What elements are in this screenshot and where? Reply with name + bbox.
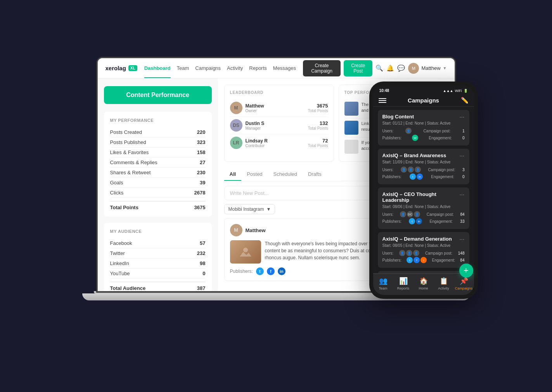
nav-team[interactable]: Team (177, 64, 189, 73)
phone-content: Blog Content ··· Start: 01/12 | End: Non… (373, 107, 474, 273)
activity-icon: 📋 (440, 277, 448, 285)
campaign-item[interactable]: AxisIQ – CEO Thought Leadership ··· Star… (378, 187, 469, 229)
audience-label: Facebook (110, 240, 132, 246)
nav-reports[interactable]: Reports (249, 64, 267, 73)
publishers-label: Publishers: (382, 219, 401, 224)
user-name: Matthew (421, 65, 440, 71)
more-options-icon[interactable]: ··· (459, 153, 464, 160)
campaigns-icon: 📌 (460, 277, 468, 285)
chat-icon[interactable]: 💬 (397, 64, 405, 73)
nav-dashboard[interactable]: Dashboard (144, 64, 171, 73)
search-icon[interactable]: 🔍 (375, 64, 383, 73)
nav-links: Dashboard Team Campaigns Activity Report… (144, 64, 296, 73)
campaign-item[interactable]: AxisIQ – Brand Awareness ··· Start: 11/0… (378, 149, 469, 184)
campaign-post-value: 3 (462, 168, 465, 172)
lb-pts-label: Total Points (308, 126, 328, 130)
more-options-icon[interactable]: ··· (459, 236, 464, 243)
nav-activity[interactable]: Activity (227, 64, 243, 73)
perf-value: 27 (200, 160, 205, 165)
user-menu[interactable]: M Matthew ▼ (408, 63, 446, 74)
tab-posted[interactable]: Posted (241, 168, 268, 181)
leaderboard-item: DS Dustin S Manager 132 Total Points (230, 117, 328, 134)
write-post-placeholder: Write New Post... (230, 190, 269, 196)
total-points-row: Total Points 3675 (110, 201, 206, 210)
phone-screen: 10:48 ▲▲▲ WiFi 🔋 Campaigns ✏️ (373, 85, 474, 295)
battery-icon: 🔋 (464, 89, 468, 93)
lb-pts-val: 132 (308, 120, 328, 126)
campaign-item[interactable]: AxisIQ – Demand Generation ··· Start: 08… (378, 232, 469, 268)
lb-points: 72 Total Points (308, 138, 328, 148)
phone-nav-home[interactable]: 🏠 Home (414, 277, 434, 290)
phone-nav-campaigns[interactable]: 📌 Campaigns (454, 277, 474, 290)
lb-pts-val: 3675 (308, 103, 328, 109)
post-image (230, 240, 261, 264)
engagement-label: Engagement: (429, 136, 452, 140)
chevron-down-icon: ▼ (443, 66, 447, 70)
create-post-button[interactable]: Create Post (344, 60, 372, 76)
audience-label: LinkedIn (110, 260, 129, 266)
phone-status-bar: 10:48 ▲▲▲ WiFi 🔋 (373, 85, 474, 94)
tab-drafts[interactable]: Drafts (303, 168, 327, 181)
perf-label: Posts Created (110, 129, 142, 135)
total-value: 3675 (194, 205, 206, 210)
perf-label: Goals (110, 180, 123, 186)
user-avatar: 👤 (408, 167, 414, 173)
lb-info: Lindsay R Contributor (246, 138, 305, 148)
phone-title: Campaigns (390, 97, 457, 104)
phone-nav-reports[interactable]: 📊 Reports (393, 277, 414, 290)
compose-icon[interactable]: ✏️ (461, 97, 469, 104)
more-options-icon[interactable]: ··· (459, 114, 464, 121)
phone-nav-team[interactable]: 👥 Team (373, 277, 393, 290)
campaign-name: AxisIQ – CEO Thought Leadership (382, 191, 460, 203)
users-label: Users: (382, 251, 394, 255)
user-avatar: 👤 (400, 211, 406, 217)
publisher-select[interactable]: Mobibi Instagram ▼ (224, 204, 275, 214)
audience-label: Twitter (110, 250, 125, 256)
lb-pts-label: Total Points (308, 109, 328, 113)
campaign-item[interactable]: Blog Content ··· Start: 01/12 | End: Non… (378, 110, 469, 146)
audience-value: 0 (202, 271, 205, 276)
bell-icon[interactable]: 🔔 (386, 64, 394, 73)
content-performance-button[interactable]: Content Performance (104, 86, 212, 104)
tp-thumbnail (344, 140, 358, 154)
lb-info: Dustin S Manager (246, 121, 305, 130)
lb-avatar: DS (230, 119, 242, 132)
nav-messages[interactable]: Messages (273, 64, 296, 73)
more-options-icon[interactable]: ··· (459, 191, 464, 205)
perf-row: Shares & Retweet 230 (110, 168, 206, 178)
audience-row: Twitter 232 (110, 248, 206, 258)
engagement-label: Engagement: (432, 258, 455, 262)
perf-value: 230 (197, 170, 206, 175)
lb-points: 132 Total Points (308, 120, 328, 130)
perf-row: Posts Published 323 (110, 137, 206, 147)
phone-nav-label: Reports (397, 286, 410, 290)
svg-point-0 (243, 248, 248, 252)
campaign-name: Blog Content (382, 114, 414, 120)
tab-scheduled[interactable]: Scheduled (268, 168, 303, 181)
nav-campaigns[interactable]: Campaigns (195, 64, 221, 73)
create-campaign-button[interactable]: Create Campaign (303, 60, 341, 76)
publishers-label: Publishers: (382, 136, 401, 140)
engagement-label: Engagement: (430, 219, 453, 224)
nav-actions: Create Campaign Create Post 🔍 🔔 💬 M Matt… (303, 60, 446, 76)
lb-pts-label: Total Points (308, 144, 328, 148)
reports-icon: 📊 (399, 277, 408, 285)
user-avatar: DC (407, 211, 413, 217)
tab-all[interactable]: All (224, 168, 242, 181)
perf-row: Comments & Replies 27 (110, 158, 206, 168)
fab-add-button[interactable]: + (459, 264, 473, 278)
user-avatar: 👤 (406, 250, 412, 256)
phone-nav-activity[interactable]: 📋 Activity (434, 277, 454, 290)
user-avatar: 👤 (413, 250, 419, 256)
phone-nav-label: Team (379, 286, 387, 290)
perf-label: Likes & Favorites (110, 149, 149, 155)
engagement-value: 0 (462, 136, 465, 140)
leaderboard-item: LR Lindsay R Contributor 72 Total Points (230, 134, 328, 151)
perf-value: 323 (197, 139, 206, 145)
publisher-avatar: r (420, 257, 427, 263)
hamburger-menu-icon[interactable] (379, 98, 386, 103)
audience-row: LinkedIn 98 (110, 258, 206, 269)
campaign-post-label: Campaign post: (425, 251, 452, 255)
campaign-meta: Start: 08/06 | End: None | Status: Activ… (382, 205, 465, 209)
perf-label: Posts Published (110, 139, 146, 145)
